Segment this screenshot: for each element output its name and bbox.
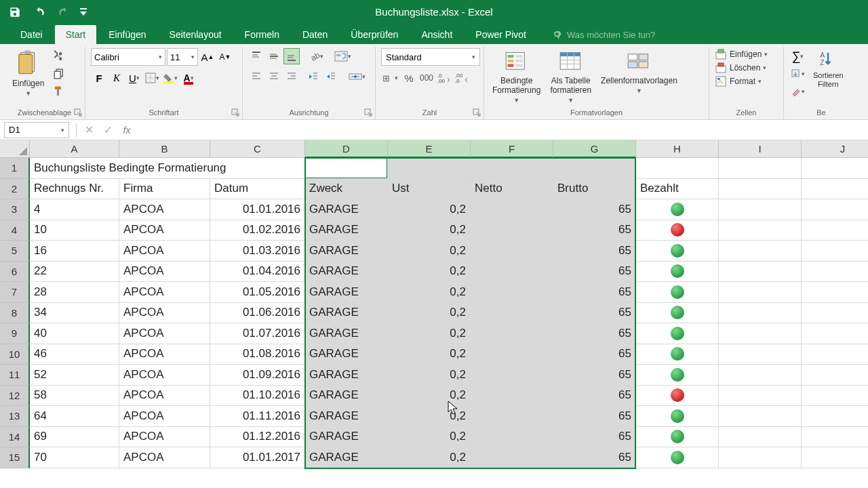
formula-input[interactable] (140, 122, 864, 138)
format-cells-button[interactable]: Format (730, 77, 755, 86)
cell-H2[interactable]: Bezahlt (636, 179, 719, 200)
cell-F10[interactable] (471, 344, 553, 365)
cell-H9[interactable] (636, 323, 719, 344)
cell-E12[interactable]: 0,2 (388, 386, 471, 407)
merge-center-icon[interactable]: ▾ (347, 68, 367, 85)
cell-G15[interactable]: 65 (553, 447, 636, 468)
col-header-I[interactable]: I (719, 140, 802, 158)
cell-H15[interactable] (636, 447, 719, 468)
cell-I5[interactable] (719, 241, 802, 262)
cell-C3[interactable]: 01.01.2016 (210, 199, 305, 220)
cell-B5[interactable]: APCOA (119, 241, 210, 262)
decrease-font-icon[interactable]: A▼ (217, 49, 233, 65)
font-launcher[interactable] (231, 108, 241, 118)
orientation-icon[interactable]: ab▾ (308, 48, 325, 64)
decrease-indent-icon[interactable] (305, 68, 321, 85)
cell-G6[interactable]: 65 (553, 262, 636, 283)
cell-C15[interactable]: 01.01.2017 (210, 447, 305, 468)
cell-J13[interactable] (802, 406, 868, 427)
cell-J5[interactable] (802, 241, 868, 262)
cell-G9[interactable]: 65 (553, 323, 636, 344)
tab-insert[interactable]: Einfügen (98, 25, 157, 44)
cell-D9[interactable]: GARAGE (305, 323, 388, 344)
cell-E10[interactable]: 0,2 (388, 344, 471, 365)
cell-J9[interactable] (802, 323, 868, 344)
cell-D15[interactable]: GARAGE (305, 447, 388, 468)
cell-A11[interactable]: 52 (30, 365, 119, 386)
col-header-G[interactable]: G (553, 140, 636, 158)
fill-icon[interactable]: ▾ (789, 66, 806, 82)
paste-button[interactable]: Einfügen ▼ (9, 48, 47, 98)
bold-button[interactable]: F (91, 70, 107, 86)
tab-formulas[interactable]: Formeln (234, 25, 290, 44)
cell-D7[interactable]: GARAGE (305, 282, 388, 303)
cell-F7[interactable] (471, 282, 553, 303)
cell-E3[interactable]: 0,2 (388, 199, 471, 220)
number-format-select[interactable]: Standard▾ (381, 48, 480, 66)
cell-I12[interactable] (719, 386, 802, 407)
cell-F15[interactable] (471, 447, 553, 468)
fill-color-icon[interactable]: ▾ (162, 70, 179, 86)
cell-E14[interactable]: 0,2 (388, 427, 471, 448)
cell-styles-button[interactable]: Zellenformatvorlagen▼ (598, 48, 680, 96)
cell-C6[interactable]: 01.04.2016 (210, 262, 305, 283)
cell-I10[interactable] (719, 344, 802, 365)
enter-icon[interactable]: ✓ (101, 123, 115, 137)
cell-E4[interactable]: 0,2 (388, 220, 471, 241)
cell-H4[interactable] (636, 220, 719, 241)
cell-H13[interactable] (636, 406, 719, 427)
col-header-D[interactable]: D (305, 140, 388, 158)
row-header-15[interactable]: 15 (0, 447, 30, 468)
cell-B14[interactable]: APCOA (119, 427, 210, 448)
cell-G12[interactable]: 65 (553, 386, 636, 407)
cell-E7[interactable]: 0,2 (388, 282, 471, 303)
cell-I4[interactable] (719, 220, 802, 241)
insert-cells-button[interactable]: Einfügen (730, 49, 762, 59)
cell-H11[interactable] (636, 365, 719, 386)
cell-F5[interactable] (471, 241, 553, 262)
cell-G4[interactable]: 65 (553, 220, 636, 241)
font-size-select[interactable]: 11▾ (167, 48, 198, 66)
percent-icon[interactable]: % (401, 70, 417, 86)
cell-G7[interactable]: 65 (553, 282, 636, 303)
font-name-select[interactable]: Calibri▾ (91, 48, 165, 66)
tab-file[interactable]: Datei (9, 25, 54, 44)
tab-powerpivot[interactable]: Power Pivot (465, 25, 537, 44)
align-top-icon[interactable] (248, 48, 264, 64)
cell-I11[interactable] (719, 365, 802, 386)
cell-C13[interactable]: 01.11.2016 (210, 406, 305, 427)
cell-B15[interactable]: APCOA (119, 447, 210, 468)
underline-button[interactable]: U▾ (126, 70, 142, 86)
tell-me-search[interactable]: Was möchten Sie tun? (545, 26, 663, 44)
borders-icon[interactable]: ▾ (144, 70, 161, 86)
cell-I1[interactable] (719, 158, 802, 179)
cancel-icon[interactable]: ✕ (82, 123, 96, 137)
cell-B10[interactable]: APCOA (119, 344, 210, 365)
cell-D11[interactable]: GARAGE (305, 365, 388, 386)
row-header-7[interactable]: 7 (0, 282, 30, 303)
cell-E15[interactable]: 0,2 (388, 447, 471, 468)
cell-J1[interactable] (802, 158, 868, 179)
cell-G11[interactable]: 65 (553, 365, 636, 386)
align-middle-icon[interactable] (266, 48, 282, 64)
redo-icon[interactable] (54, 3, 73, 22)
cell-C7[interactable]: 01.05.2016 (210, 282, 305, 303)
cell-C11[interactable]: 01.09.2016 (210, 365, 305, 386)
cell-A15[interactable]: 70 (30, 447, 119, 468)
cell-B2[interactable]: Firma (119, 179, 210, 200)
cell-G13[interactable]: 65 (553, 406, 636, 427)
cell-F3[interactable] (471, 199, 553, 220)
undo-icon[interactable] (30, 3, 49, 22)
cell-G14[interactable]: 65 (553, 427, 636, 448)
cell-A1[interactable]: Buchungsliste Bedingte Formatierung (30, 158, 305, 179)
wrap-text-icon[interactable]: ab▾ (333, 48, 353, 64)
cell-A6[interactable]: 22 (30, 262, 119, 283)
tab-review[interactable]: Überprüfen (340, 25, 409, 44)
delete-cells-button[interactable]: Löschen (730, 63, 760, 73)
cell-E6[interactable]: 0,2 (388, 262, 471, 283)
qat-customize-icon[interactable] (79, 3, 88, 22)
cell-B9[interactable]: APCOA (119, 323, 210, 344)
row-header-14[interactable]: 14 (0, 427, 30, 448)
cell-A3[interactable]: 4 (30, 199, 119, 220)
cell-A5[interactable]: 16 (30, 241, 119, 262)
